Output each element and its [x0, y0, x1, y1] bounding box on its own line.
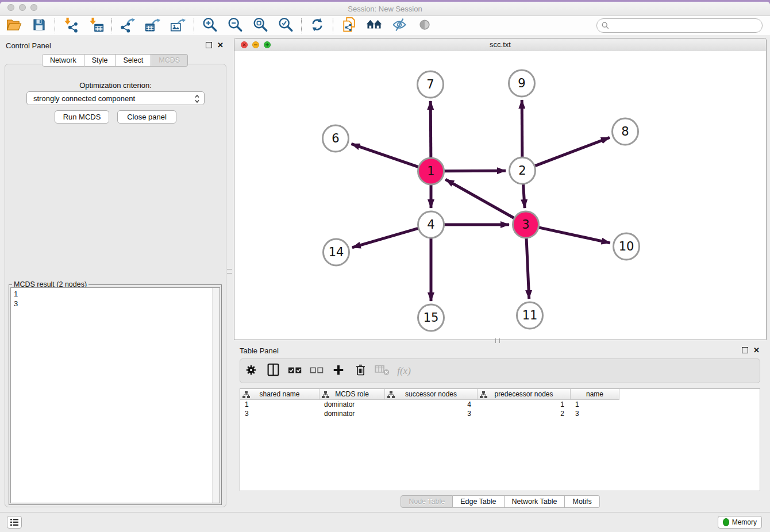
- list-icon: [10, 518, 19, 526]
- column-header-name[interactable]: name: [571, 389, 619, 400]
- export-image-icon: [170, 17, 186, 35]
- search-field[interactable]: [596, 18, 763, 33]
- column-header-MCDS-role[interactable]: MCDS role: [319, 389, 385, 400]
- cell: 3: [385, 409, 478, 418]
- zoom-selected-button[interactable]: [273, 17, 298, 34]
- table-float-panel-icon[interactable]: [742, 347, 748, 353]
- float-panel-icon[interactable]: [206, 42, 212, 48]
- edge-3-11[interactable]: [526, 238, 529, 299]
- refresh-button[interactable]: [305, 17, 330, 34]
- function-builder-button[interactable]: f(x): [393, 363, 415, 380]
- tab-style[interactable]: Style: [84, 54, 116, 67]
- mcds-result-area[interactable]: 1 3: [10, 287, 220, 503]
- delete-table-button[interactable]: [371, 363, 393, 380]
- cell: 3: [240, 409, 319, 418]
- edge-2-9[interactable]: [522, 100, 522, 157]
- node-label-10: 10: [619, 240, 634, 253]
- toolbar-separator: [301, 18, 302, 33]
- cell: 4: [385, 400, 478, 409]
- result-scrollbar[interactable]: [212, 288, 220, 503]
- table-row[interactable]: 3dominator323: [240, 409, 760, 418]
- select-all-button[interactable]: [284, 363, 306, 380]
- status-bar: Memory: [0, 512, 770, 532]
- tab-mcds[interactable]: MCDS: [151, 54, 188, 67]
- network-window-titlebar[interactable]: scc.txt: [234, 38, 766, 52]
- tab-edge-table[interactable]: Edge Table: [453, 495, 504, 508]
- memory-button[interactable]: Memory: [718, 516, 762, 529]
- close-panel-button[interactable]: Close panel: [117, 110, 176, 124]
- export-table-button[interactable]: [140, 17, 165, 34]
- select-all-icon: [288, 365, 302, 377]
- column-header-shared-name[interactable]: shared name: [240, 389, 319, 400]
- node-label-14: 14: [329, 245, 344, 259]
- zoom-out-button[interactable]: [222, 17, 248, 34]
- edge-2-3[interactable]: [523, 184, 525, 208]
- close-panel-icon[interactable]: ✕: [217, 43, 224, 48]
- edge-4-14[interactable]: [352, 228, 418, 247]
- application: Session: New Session Control Panel ✕ Net…: [0, 0, 770, 532]
- node-label-9: 9: [518, 76, 525, 90]
- hide-details-button[interactable]: [387, 17, 412, 34]
- gear-button[interactable]: [240, 363, 262, 380]
- column-type-icon: [322, 391, 329, 400]
- toolbar-separator: [111, 18, 112, 33]
- column-label: name: [586, 390, 603, 398]
- search-input[interactable]: [609, 20, 762, 32]
- task-history-button[interactable]: [7, 516, 22, 529]
- network-canvas[interactable]: 1234678910111415: [234, 51, 766, 340]
- memory-label: Memory: [732, 518, 757, 526]
- cell: 2: [478, 409, 571, 418]
- export-image-button[interactable]: [165, 17, 191, 34]
- table-close-panel-icon[interactable]: ✕: [753, 348, 760, 353]
- network-graph: 1234678910111415: [234, 51, 766, 340]
- cell: dominator: [319, 400, 385, 409]
- cell: 1: [571, 400, 619, 409]
- save-session-button[interactable]: [26, 17, 52, 34]
- edge-1-2[interactable]: [444, 171, 506, 171]
- cell: 1: [478, 400, 571, 409]
- columns-icon: [267, 363, 279, 379]
- zoom-in-button[interactable]: [197, 17, 222, 34]
- window-title: Session: New Session: [0, 5, 770, 13]
- tab-node-table[interactable]: Node Table: [401, 495, 453, 508]
- edge-3-1[interactable]: [445, 179, 514, 218]
- run-mcds-button[interactable]: Run MCDS: [55, 110, 109, 124]
- open-session-button[interactable]: [1, 17, 26, 34]
- details-disabled-button[interactable]: [412, 17, 437, 34]
- column-header-successor-nodes[interactable]: successor nodes: [385, 389, 478, 400]
- mcds-result-text: 1 3: [14, 289, 18, 309]
- edge-1-7[interactable]: [430, 101, 431, 158]
- window-titlebar[interactable]: Session: New Session: [0, 2, 770, 16]
- deselect-all-icon: [310, 365, 324, 377]
- vertical-splitter-grip[interactable]: [227, 269, 232, 273]
- node-label-11: 11: [522, 309, 538, 322]
- toolbar-group: [1, 17, 52, 34]
- zoom-fit-button[interactable]: [248, 17, 273, 34]
- trash-button[interactable]: [349, 363, 371, 380]
- criterion-select[interactable]: strongly connected component: [26, 91, 205, 105]
- tab-motifs[interactable]: Motifs: [565, 495, 599, 508]
- column-type-icon: [387, 391, 395, 400]
- network-window-title: scc.txt: [234, 40, 766, 49]
- clone-network-button[interactable]: [336, 17, 361, 34]
- add-button[interactable]: [328, 363, 349, 380]
- tab-network[interactable]: Network: [42, 54, 84, 67]
- edge-1-6[interactable]: [351, 144, 418, 167]
- deselect-all-button[interactable]: [306, 363, 328, 380]
- node-label-8: 8: [621, 125, 629, 138]
- edge-2-8[interactable]: [535, 137, 610, 166]
- columns-button[interactable]: [262, 363, 284, 380]
- import-table-button[interactable]: [83, 17, 109, 34]
- edge-3-10[interactable]: [538, 228, 610, 243]
- tab-select[interactable]: Select: [116, 54, 152, 67]
- mcds-result-group: MCDS result (2 nodes) 1 3: [9, 284, 222, 505]
- export-network-button[interactable]: [115, 17, 140, 34]
- table-row[interactable]: 1dominator411: [240, 400, 760, 409]
- home-button[interactable]: [361, 17, 387, 34]
- import-network-button[interactable]: [58, 17, 83, 34]
- column-header-predecessor-nodes[interactable]: predecessor nodes: [478, 389, 571, 400]
- tab-network-table[interactable]: Network Table: [505, 495, 565, 508]
- zoom-selected-icon: [278, 17, 294, 35]
- close-panel-label: Close panel: [127, 113, 167, 121]
- optimization-criterion-label: Optimization criterion:: [5, 81, 226, 90]
